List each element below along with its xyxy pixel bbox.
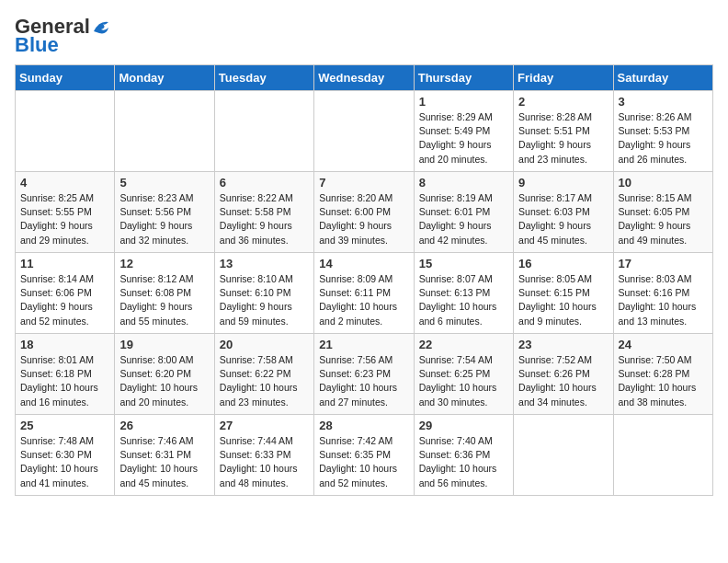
day-info: Sunrise: 7:48 AMSunset: 6:30 PMDaylight:… [20,434,109,490]
calendar-cell: 10Sunrise: 8:15 AMSunset: 6:05 PMDayligh… [613,172,712,253]
calendar-cell: 19Sunrise: 8:00 AMSunset: 6:20 PMDayligh… [115,334,214,415]
weekday-friday: Friday [514,65,613,91]
day-info: Sunrise: 7:58 AMSunset: 6:22 PMDaylight:… [220,353,309,409]
day-number: 17 [619,257,708,270]
calendar-cell [115,91,214,172]
day-info: Sunrise: 8:25 AMSunset: 5:55 PMDaylight:… [20,191,109,247]
day-info: Sunrise: 7:40 AMSunset: 6:36 PMDaylight:… [419,434,508,490]
calendar-cell: 5Sunrise: 8:23 AMSunset: 5:56 PMDaylight… [115,172,214,253]
calendar-cell: 13Sunrise: 8:10 AMSunset: 6:10 PMDayligh… [214,253,313,334]
day-number: 1 [419,95,508,109]
day-info: Sunrise: 8:10 AMSunset: 6:10 PMDaylight:… [220,272,309,328]
calendar-cell: 7Sunrise: 8:20 AMSunset: 6:00 PMDaylight… [314,172,414,253]
day-info: Sunrise: 8:28 AMSunset: 5:51 PMDaylight:… [518,110,608,167]
calendar-cell: 21Sunrise: 7:56 AMSunset: 6:23 PMDayligh… [314,334,414,415]
day-number: 15 [419,257,508,270]
week-row-4: 18Sunrise: 8:01 AMSunset: 6:18 PMDayligh… [16,334,713,415]
day-info: Sunrise: 8:22 AMSunset: 5:58 PMDaylight:… [220,191,309,247]
day-number: 12 [119,257,209,270]
calendar-cell: 15Sunrise: 8:07 AMSunset: 6:13 PMDayligh… [414,253,513,334]
day-number: 9 [518,176,608,190]
day-info: Sunrise: 7:44 AMSunset: 6:33 PMDaylight:… [220,434,309,490]
calendar-cell [214,91,313,172]
calendar-cell: 22Sunrise: 7:54 AMSunset: 6:25 PMDayligh… [414,334,513,415]
day-number: 29 [419,419,508,432]
weekday-monday: Monday [115,65,214,91]
day-info: Sunrise: 8:20 AMSunset: 6:00 PMDaylight:… [319,191,408,247]
day-info: Sunrise: 8:23 AMSunset: 5:56 PMDaylight:… [119,191,209,247]
day-number: 8 [419,176,508,190]
calendar-cell: 11Sunrise: 8:14 AMSunset: 6:06 PMDayligh… [16,253,115,334]
calendar-cell: 9Sunrise: 8:17 AMSunset: 6:03 PMDaylight… [514,172,613,253]
header: General Blue [15,15,713,57]
calendar-cell: 28Sunrise: 7:42 AMSunset: 6:35 PMDayligh… [314,415,414,496]
weekday-header-row: SundayMondayTuesdayWednesdayThursdayFrid… [16,65,713,91]
day-number: 3 [619,95,708,109]
day-info: Sunrise: 8:14 AMSunset: 6:06 PMDaylight:… [20,272,109,328]
day-info: Sunrise: 8:09 AMSunset: 6:11 PMDaylight:… [319,272,408,328]
day-number: 24 [619,338,708,351]
calendar-cell: 12Sunrise: 8:12 AMSunset: 6:08 PMDayligh… [115,253,214,334]
day-info: Sunrise: 7:46 AMSunset: 6:31 PMDaylight:… [119,434,209,490]
day-number: 5 [119,176,209,190]
calendar-cell: 23Sunrise: 7:52 AMSunset: 6:26 PMDayligh… [514,334,613,415]
day-number: 20 [220,338,309,351]
calendar-cell: 6Sunrise: 8:22 AMSunset: 5:58 PMDaylight… [214,172,313,253]
calendar-cell: 25Sunrise: 7:48 AMSunset: 6:30 PMDayligh… [16,415,115,496]
logo-bird-icon [92,18,112,35]
day-number: 16 [518,257,608,270]
day-number: 14 [319,257,408,270]
calendar-cell: 3Sunrise: 8:26 AMSunset: 5:53 PMDaylight… [613,91,712,172]
week-row-5: 25Sunrise: 7:48 AMSunset: 6:30 PMDayligh… [16,415,713,496]
day-number: 2 [518,95,608,109]
weekday-tuesday: Tuesday [214,65,313,91]
day-info: Sunrise: 8:07 AMSunset: 6:13 PMDaylight:… [419,272,508,328]
weekday-thursday: Thursday [414,65,513,91]
week-row-2: 4Sunrise: 8:25 AMSunset: 5:55 PMDaylight… [16,172,713,253]
day-info: Sunrise: 8:29 AMSunset: 5:49 PMDaylight:… [419,110,508,167]
calendar-cell: 29Sunrise: 7:40 AMSunset: 6:36 PMDayligh… [414,415,513,496]
day-number: 19 [119,338,209,351]
day-info: Sunrise: 8:03 AMSunset: 6:16 PMDaylight:… [619,272,708,328]
logo-blue: Blue [15,33,59,57]
weekday-sunday: Sunday [16,65,115,91]
day-info: Sunrise: 8:26 AMSunset: 5:53 PMDaylight:… [619,110,708,167]
day-number: 10 [619,176,708,190]
day-info: Sunrise: 8:05 AMSunset: 6:15 PMDaylight:… [518,272,608,328]
day-info: Sunrise: 8:00 AMSunset: 6:20 PMDaylight:… [119,353,209,409]
calendar-cell [613,415,712,496]
day-number: 4 [20,176,109,190]
day-info: Sunrise: 7:56 AMSunset: 6:23 PMDaylight:… [319,353,408,409]
day-info: Sunrise: 8:17 AMSunset: 6:03 PMDaylight:… [518,191,608,247]
day-info: Sunrise: 8:01 AMSunset: 6:18 PMDaylight:… [20,353,109,409]
calendar-cell [514,415,613,496]
day-number: 13 [220,257,309,270]
calendar-cell: 4Sunrise: 8:25 AMSunset: 5:55 PMDaylight… [16,172,115,253]
day-number: 6 [220,176,309,190]
day-number: 21 [319,338,408,351]
calendar-cell: 18Sunrise: 8:01 AMSunset: 6:18 PMDayligh… [16,334,115,415]
day-number: 23 [518,338,608,351]
day-number: 26 [119,419,209,432]
calendar-cell: 2Sunrise: 8:28 AMSunset: 5:51 PMDaylight… [514,91,613,172]
day-number: 11 [20,257,109,270]
calendar-cell: 14Sunrise: 8:09 AMSunset: 6:11 PMDayligh… [314,253,414,334]
calendar-cell: 1Sunrise: 8:29 AMSunset: 5:49 PMDaylight… [414,91,513,172]
logo: General Blue [15,15,112,57]
day-info: Sunrise: 7:54 AMSunset: 6:25 PMDaylight:… [419,353,508,409]
calendar-cell: 26Sunrise: 7:46 AMSunset: 6:31 PMDayligh… [115,415,214,496]
weekday-wednesday: Wednesday [314,65,414,91]
day-number: 27 [220,419,309,432]
weekday-saturday: Saturday [613,65,712,91]
day-info: Sunrise: 7:52 AMSunset: 6:26 PMDaylight:… [518,353,608,409]
calendar-table: SundayMondayTuesdayWednesdayThursdayFrid… [15,64,713,496]
calendar-cell: 20Sunrise: 7:58 AMSunset: 6:22 PMDayligh… [214,334,313,415]
calendar-cell: 8Sunrise: 8:19 AMSunset: 6:01 PMDaylight… [414,172,513,253]
calendar-cell: 27Sunrise: 7:44 AMSunset: 6:33 PMDayligh… [214,415,313,496]
day-number: 25 [20,419,109,432]
calendar-cell [314,91,414,172]
day-info: Sunrise: 8:19 AMSunset: 6:01 PMDaylight:… [419,191,508,247]
week-row-1: 1Sunrise: 8:29 AMSunset: 5:49 PMDaylight… [16,91,713,172]
week-row-3: 11Sunrise: 8:14 AMSunset: 6:06 PMDayligh… [16,253,713,334]
day-info: Sunrise: 7:42 AMSunset: 6:35 PMDaylight:… [319,434,408,490]
